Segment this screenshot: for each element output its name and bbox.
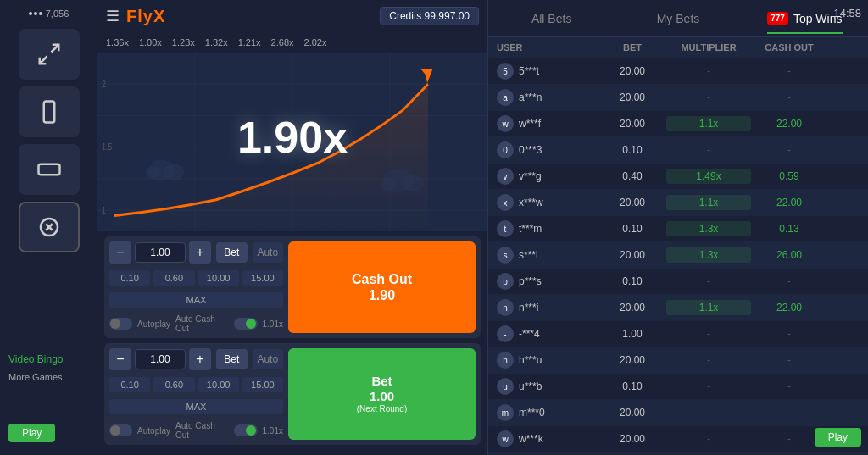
user-avatar-13: m [497, 404, 514, 421]
username-1: a***n [519, 92, 542, 103]
auto-cash-out-label-1: Auto Cash Out [175, 314, 229, 333]
svg-point-21 [164, 164, 184, 181]
td-user-11: h h***u [497, 352, 598, 369]
user-avatar-3: 0 [497, 141, 514, 158]
mult-4: 1.21x [238, 37, 261, 47]
auto-tab-1[interactable]: Auto [253, 242, 284, 263]
top-wins-label: Top Wins [793, 12, 843, 25]
autoplay-toggle-1[interactable] [109, 318, 132, 330]
tab-all-bets[interactable]: All Bets [488, 3, 615, 34]
quick-btn-2-1[interactable]: 0.10 [109, 377, 150, 392]
bet-tab-1[interactable]: Bet [216, 242, 248, 263]
td-mult-9: 1.1x [666, 300, 751, 315]
td-user-10: - -***4 [497, 325, 598, 342]
auto-cash-out-label-2: Auto Cash Out [175, 421, 229, 440]
td-cashout-5: 22.00 [751, 197, 827, 208]
quick-btn-1-3[interactable]: 10.00 [198, 270, 239, 286]
td-mult-6: 1.3x [666, 221, 751, 236]
cloud-1 [146, 160, 184, 181]
td-user-12: u u***b [497, 378, 598, 395]
max-btn-2[interactable]: MAX [109, 399, 283, 414]
td-mult-11: - [666, 354, 751, 366]
close-button[interactable] [19, 202, 80, 252]
quick-btn-1-1[interactable]: 0.10 [109, 270, 150, 286]
table-row: h h***u 20.00 - - [488, 347, 868, 374]
minus-btn-1[interactable]: − [109, 241, 131, 264]
amount-display-2: 1.00 [135, 349, 186, 369]
play-bottom-button[interactable]: Play [8, 424, 55, 442]
left-controls-1: − 1.00 + Bet Auto 0.10 0.60 10.00 15.00 … [109, 241, 283, 333]
td-user-3: 0 0***3 [497, 141, 598, 158]
menu-icon[interactable]: ☰ [106, 7, 120, 25]
amount-group-2: − 1.00 + [109, 348, 211, 370]
td-user-6: t t***m [497, 220, 598, 237]
mult-5: 2.68x [271, 37, 294, 47]
table-row: w w***k 20.00 - - [488, 426, 868, 452]
table-row: t t***m 0.10 1.3x 0.13 [488, 216, 868, 242]
td-mult-2: 1.1x [666, 116, 751, 131]
quick-amounts-1: 0.10 0.60 10.00 15.00 [109, 270, 283, 286]
tab-my-bets[interactable]: My Bets [615, 3, 741, 34]
td-mult-10: - [666, 328, 751, 340]
video-bingo-label: Video Bingo [8, 353, 64, 365]
left-controls-2: − 1.00 + Bet Auto 0.10 0.60 10.00 15.00 … [109, 348, 283, 440]
quick-btn-2-3[interactable]: 10.00 [198, 377, 239, 392]
user-avatar-0: 5 [497, 63, 514, 80]
table-row: - -***4 1.00 - - [488, 321, 868, 347]
autoplay-toggle-2[interactable] [109, 424, 132, 436]
user-avatar-4: v [497, 168, 514, 185]
username-10: -***4 [519, 328, 540, 340]
td-cashout-12: - [751, 380, 827, 392]
quick-btn-1-4[interactable]: 15.00 [242, 270, 283, 286]
td-cashout-11: - [751, 354, 827, 366]
rotate-icon [36, 157, 62, 182]
more-games-link[interactable]: More Games [8, 372, 64, 382]
td-bet-8: 0.10 [598, 275, 666, 287]
plus-btn-1[interactable]: + [189, 241, 211, 264]
td-bet-4: 0.40 [598, 170, 666, 182]
auto-cashout-toggle-2[interactable] [234, 424, 257, 436]
quick-btn-2-4[interactable]: 15.00 [242, 377, 283, 392]
game-area: ☰ FlyX Credits 99,997.00 1.36x 1.00x 1.2… [97, 0, 487, 455]
table-row: 0 0***3 0.10 - - [488, 137, 868, 164]
td-cashout-3: - [751, 144, 827, 156]
user-avatar-12: u [497, 378, 514, 395]
auto-cashout-value-2: 1.01x [263, 426, 283, 436]
close-icon [36, 214, 62, 240]
auto-tab-2[interactable]: Auto [253, 349, 284, 369]
username-14: w***k [519, 433, 543, 445]
bet-button[interactable]: Bet 1.00 (Next Round) [288, 348, 476, 440]
dots-icon [29, 12, 42, 15]
td-cashout-4: 0.59 [751, 170, 827, 182]
rotate-button[interactable] [19, 144, 80, 195]
bet-tab-2[interactable]: Bet [216, 349, 248, 369]
tab-top-wins[interactable]: 777 Top Wins [742, 3, 868, 34]
quick-btn-1-2[interactable]: 0.60 [153, 270, 194, 286]
svg-text:1.5: 1.5 [102, 142, 113, 153]
table-row: x x***w 20.00 1.1x 22.00 [488, 190, 868, 216]
mobile-button[interactable] [19, 86, 80, 137]
play-right-button[interactable]: Play [815, 428, 861, 447]
td-cashout-10: - [751, 328, 827, 340]
table-row: u u***b 0.10 - - [488, 374, 868, 400]
quick-btn-2-2[interactable]: 0.60 [153, 377, 194, 392]
td-mult-7: 1.3x [666, 247, 751, 263]
td-bet-7: 20.00 [598, 249, 666, 261]
username-8: p***s [519, 275, 542, 287]
fullscreen-button[interactable] [19, 29, 80, 80]
auto-cashout-toggle-1[interactable] [234, 318, 257, 330]
td-bet-10: 1.00 [598, 328, 666, 340]
plus-btn-2[interactable]: + [189, 348, 211, 370]
minus-btn-2[interactable]: − [109, 348, 131, 370]
td-bet-11: 20.00 [598, 354, 666, 366]
td-user-13: m m***0 [497, 404, 598, 421]
quick-amounts-2: 0.10 0.60 10.00 15.00 [109, 377, 283, 392]
cashout-value: 1.90 [295, 287, 469, 303]
svg-text:1: 1 [102, 205, 106, 215]
cash-out-button[interactable]: Cash Out 1.90 [288, 241, 476, 333]
bet-auto-row-1: − 1.00 + Bet Auto [109, 241, 283, 264]
td-bet-1: 20.00 [598, 92, 666, 103]
max-btn-1[interactable]: MAX [109, 292, 283, 308]
user-avatar-8: p [497, 273, 514, 290]
table-row: a a***n 20.00 - - [488, 85, 868, 111]
